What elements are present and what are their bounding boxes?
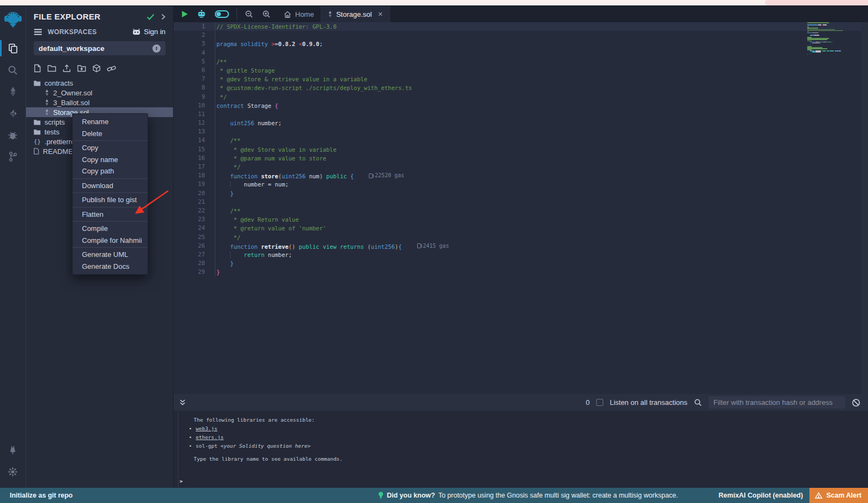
- import-link-icon[interactable]: [107, 65, 116, 73]
- upload-file-icon[interactable]: [62, 64, 71, 73]
- gas-estimate: 22520 gas: [369, 171, 404, 180]
- workspace-select[interactable]: default_workspace ▲▼: [34, 41, 165, 55]
- new-folder-icon[interactable]: [47, 65, 56, 72]
- editor-scrollbar[interactable]: [861, 22, 868, 394]
- activity-settings[interactable]: [0, 461, 26, 482]
- transaction-count-badge: 0: [586, 398, 590, 407]
- menu-item-rename[interactable]: Rename: [73, 116, 148, 128]
- code-line-21[interactable]: 21: [174, 198, 861, 207]
- terminal-link-ethers-js[interactable]: ethers.js: [196, 434, 224, 440]
- init-git-repo-button[interactable]: Initialize as git repo: [0, 492, 73, 499]
- accept-check-icon[interactable]: [146, 14, 155, 20]
- tab-close-icon[interactable]: ✕: [378, 11, 382, 18]
- zoom-out-icon[interactable]: [240, 6, 258, 22]
- code-line-7[interactable]: 7 * @dev Store & retrieve value in a var…: [174, 75, 861, 83]
- code-line-2[interactable]: 2: [174, 31, 861, 40]
- menu-item-compile[interactable]: Compile: [73, 223, 148, 235]
- transaction-filter-input[interactable]: [709, 396, 845, 409]
- code-lines[interactable]: 1// SPDX-License-Identifier: GPL-3.023pr…: [174, 22, 861, 276]
- code-line-11[interactable]: 11: [174, 110, 861, 119]
- code-line-1[interactable]: 1// SPDX-License-Identifier: GPL-3.0: [174, 22, 861, 31]
- clear-console-icon[interactable]: [852, 398, 860, 407]
- listen-transactions-label[interactable]: Listen on all transactions: [610, 398, 687, 407]
- code-line-25[interactable]: 25 */: [174, 233, 861, 242]
- terminal-prompt[interactable]: >: [174, 477, 868, 486]
- workspace-stepper-icon[interactable]: ▲▼: [152, 44, 161, 53]
- line-number: 3: [174, 40, 205, 48]
- file-tree-item-contracts[interactable]: contracts: [26, 78, 173, 88]
- code-line-3[interactable]: 3pragma solidity >=0.8.2 <0.9.0;: [174, 40, 861, 48]
- code-line-14[interactable]: 14 /**: [174, 136, 861, 145]
- code-line-27[interactable]: 27 return number;: [174, 250, 861, 259]
- ipfs-cube-icon[interactable]: [92, 64, 101, 73]
- line-number: 8: [174, 83, 205, 92]
- code-line-12[interactable]: 12 uint256 number;: [174, 119, 861, 127]
- line-number: 9: [174, 93, 205, 101]
- code-line-13[interactable]: 13: [174, 127, 861, 136]
- code-line-15[interactable]: 15 * @dev Store value in variable: [174, 145, 861, 154]
- scam-alert-button[interactable]: Scam Alert: [809, 488, 868, 503]
- activity-search[interactable]: [0, 59, 26, 81]
- sign-in-button[interactable]: Sign in: [132, 28, 165, 36]
- folder-icon: [34, 129, 41, 135]
- menu-item-generate-docs[interactable]: Generate Docs: [73, 261, 148, 273]
- new-file-icon[interactable]: [34, 64, 41, 73]
- terminal-collapse-icon[interactable]: [179, 399, 186, 406]
- menu-item-copy-path[interactable]: Copy path: [73, 165, 148, 177]
- code-line-8[interactable]: 8 * @custom:dev-run-script ./scripts/dep…: [174, 83, 861, 92]
- tab-storage-sol[interactable]: Storage.sol✕: [321, 6, 390, 22]
- code-line-26[interactable]: 26 function retrieve() public view retur…: [174, 242, 861, 250]
- solidity-icon: [328, 11, 333, 17]
- code-line-22[interactable]: 22 /**: [174, 207, 861, 215]
- chevron-right-icon[interactable]: [161, 14, 165, 20]
- file-tree-item-3-ballot-sol[interactable]: 3_Ballot.sol: [26, 98, 173, 107]
- minimap[interactable]: [807, 22, 861, 394]
- terminal-search-icon[interactable]: [694, 398, 702, 407]
- menu-item-compile-for-nahmii[interactable]: Compile for Nahmii: [73, 235, 148, 247]
- code-line-16[interactable]: 16 * @param num value to store: [174, 154, 861, 163]
- ai-assistant-icon[interactable]: [193, 6, 210, 22]
- code-line-18[interactable]: 18 function store(uint256 num) public {2…: [174, 171, 861, 180]
- sign-in-label: Sign in: [144, 28, 165, 36]
- activity-deploy-run[interactable]: [0, 102, 26, 124]
- menu-item-flatten[interactable]: Flatten: [73, 209, 148, 221]
- activity-git[interactable]: [0, 146, 26, 167]
- remix-logo[interactable]: [3, 10, 23, 29]
- terminal-link-web3-js[interactable]: web3.js: [196, 425, 218, 431]
- listen-transactions-checkbox[interactable]: [596, 399, 603, 406]
- activity-file-explorer[interactable]: [0, 37, 26, 59]
- upload-folder-icon[interactable]: [77, 65, 86, 72]
- code-line-9[interactable]: 9 */: [174, 93, 861, 101]
- code-line-24[interactable]: 24 * @return value of 'number': [174, 224, 861, 233]
- activity-solidity-compiler[interactable]: [0, 81, 26, 102]
- menu-item-download[interactable]: Download: [73, 180, 148, 192]
- code-line-28[interactable]: 28 }: [174, 259, 861, 268]
- terminal[interactable]: The following libraries are accessible: …: [174, 411, 868, 488]
- remixai-copilot-status[interactable]: RemixAI Copilot (enabled): [719, 492, 803, 499]
- code-line-10[interactable]: 10contract Storage {: [174, 101, 861, 110]
- tab-home[interactable]: Home: [277, 6, 321, 22]
- file-tree-item-2-owner-sol[interactable]: 2_Owner.sol: [26, 88, 173, 98]
- menu-item-copy-name[interactable]: Copy name: [73, 154, 148, 166]
- zoom-in-icon[interactable]: [258, 6, 275, 22]
- menu-item-copy[interactable]: Copy: [73, 142, 148, 154]
- menu-item-publish-file-to-gist[interactable]: Publish file to gist: [73, 194, 148, 206]
- run-icon[interactable]: [174, 6, 193, 22]
- copilot-toggle[interactable]: [210, 6, 233, 22]
- code-line-20[interactable]: 20 }: [174, 189, 861, 198]
- code-editor[interactable]: 1// SPDX-License-Identifier: GPL-3.023pr…: [174, 22, 868, 394]
- code-line-5[interactable]: 5/**: [174, 57, 861, 66]
- activity-debugger[interactable]: [0, 124, 26, 146]
- menu-divider: [73, 140, 148, 141]
- code-line-23[interactable]: 23 * @dev Return value: [174, 215, 861, 224]
- activity-plugin-manager[interactable]: [0, 439, 26, 461]
- menu-item-delete[interactable]: Delete: [73, 128, 148, 140]
- code-line-19[interactable]: 19 number = num;: [174, 180, 861, 189]
- code-line-6[interactable]: 6 * @title Storage: [174, 66, 861, 75]
- hamburger-menu-icon[interactable]: [34, 29, 42, 35]
- menu-item-generate-uml[interactable]: Generate UML: [73, 249, 148, 261]
- did-you-know-tip: Did you know? To prototype using the Gno…: [378, 492, 678, 499]
- code-line-4[interactable]: 4: [174, 49, 861, 57]
- code-line-29[interactable]: 29}: [174, 268, 861, 276]
- code-line-17[interactable]: 17 */: [174, 163, 861, 171]
